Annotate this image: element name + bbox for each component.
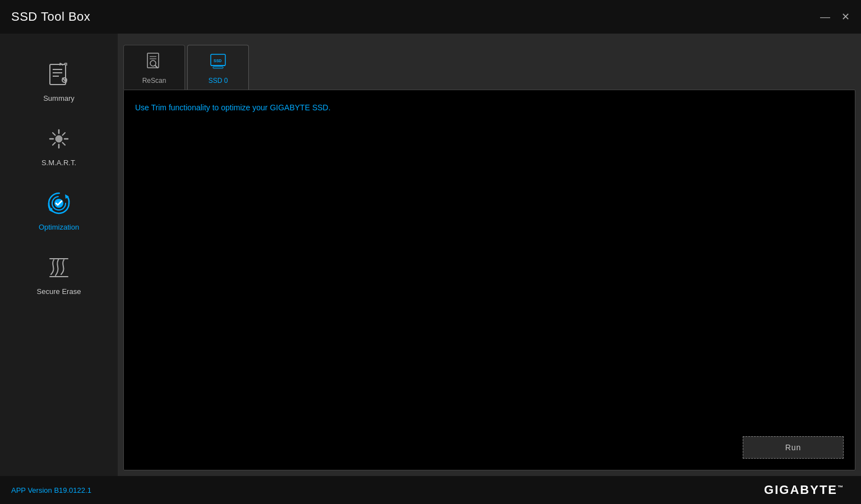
title-bar: SSD Tool Box — ✕ — [0, 0, 861, 34]
window-controls: — ✕ — [820, 12, 850, 22]
gigabyte-logo: GIGABYTE™ — [764, 483, 844, 497]
main-content: ReScan SSD SSD 0 Use Trim functionality … — [118, 34, 861, 476]
svg-line-14 — [63, 143, 66, 146]
rescan-icon — [144, 51, 164, 73]
footer: APP Version B19.0122.1 GIGABYTE™ — [0, 476, 861, 504]
sidebar-item-optimization[interactable]: Optimization — [11, 179, 107, 238]
secure-erase-icon — [44, 253, 74, 283]
app-title: SSD Tool Box — [11, 10, 90, 24]
sidebar-item-smart[interactable]: S.M.A.R.T. — [11, 115, 107, 174]
svg-line-13 — [53, 133, 55, 136]
sidebar: Summary S.M.A.R.T. — [0, 34, 118, 476]
tab-rescan-label: ReScan — [142, 77, 166, 85]
tab-rescan[interactable]: ReScan — [123, 45, 185, 90]
ssd-icon: SSD — [208, 51, 228, 73]
tab-bar: ReScan SSD SSD 0 — [118, 34, 861, 90]
minimize-button[interactable]: — — [820, 12, 830, 22]
svg-line-15 — [63, 133, 66, 136]
sidebar-item-secure-erase-label: Secure Erase — [37, 287, 81, 296]
svg-text:SSD: SSD — [214, 59, 221, 63]
sidebar-item-optimization-label: Optimization — [39, 223, 79, 231]
sidebar-item-smart-label: S.M.A.R.T. — [41, 158, 76, 167]
sidebar-item-secure-erase[interactable]: Secure Erase — [11, 244, 107, 302]
sidebar-item-summary[interactable]: Summary — [11, 50, 107, 109]
svg-point-8 — [55, 136, 62, 142]
version-number: B19.0122.1 — [54, 486, 91, 494]
smart-icon — [44, 124, 74, 154]
content-panel: Use Trim functionality to optimize your … — [123, 90, 855, 470]
svg-line-16 — [53, 143, 55, 146]
tab-ssd0[interactable]: SSD SSD 0 — [187, 45, 249, 90]
sidebar-item-summary-label: Summary — [43, 94, 75, 102]
run-button[interactable]: Run — [743, 436, 844, 459]
version-prefix: APP Version — [11, 486, 54, 494]
app-version: APP Version B19.0122.1 — [11, 486, 91, 494]
close-button[interactable]: ✕ — [841, 12, 850, 22]
svg-rect-32 — [213, 67, 223, 68]
optimization-icon — [44, 188, 74, 218]
tab-ssd0-label: SSD 0 — [209, 77, 228, 85]
summary-icon — [44, 59, 74, 90]
content-description: Use Trim functionality to optimize your … — [135, 101, 844, 114]
